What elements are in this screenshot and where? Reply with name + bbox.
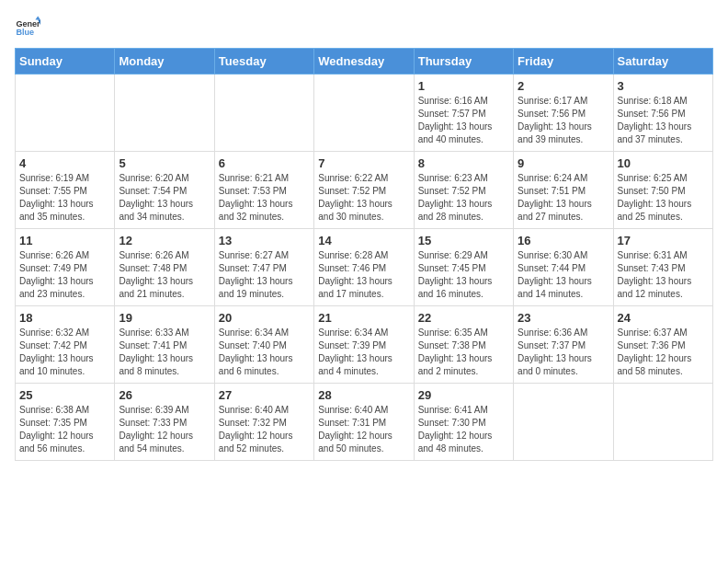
calendar-cell: 4Sunrise: 6:19 AM Sunset: 7:55 PM Daylig… (16, 152, 115, 229)
day-number: 4 (19, 156, 110, 170)
calendar-cell: 19Sunrise: 6:33 AM Sunset: 7:41 PM Dayli… (115, 306, 214, 384)
day-number: 10 (618, 156, 709, 170)
calendar-cell (514, 384, 613, 461)
day-number: 25 (19, 388, 110, 402)
day-number: 20 (219, 311, 310, 325)
header: General Blue (15, 15, 713, 40)
day-info: Sunrise: 6:23 AM Sunset: 7:52 PM Dayligh… (418, 172, 509, 224)
day-info: Sunrise: 6:24 AM Sunset: 7:51 PM Dayligh… (518, 172, 609, 224)
calendar-cell: 23Sunrise: 6:36 AM Sunset: 7:37 PM Dayli… (514, 306, 613, 384)
calendar-cell: 5Sunrise: 6:20 AM Sunset: 7:54 PM Daylig… (115, 152, 214, 229)
calendar-cell (16, 75, 115, 152)
day-number: 18 (19, 311, 110, 325)
day-number: 26 (119, 388, 210, 402)
col-thursday: Thursday (414, 49, 513, 75)
calendar-cell (214, 75, 313, 152)
day-info: Sunrise: 6:41 AM Sunset: 7:30 PM Dayligh… (418, 404, 509, 455)
day-number: 15 (418, 234, 509, 247)
day-info: Sunrise: 6:35 AM Sunset: 7:38 PM Dayligh… (418, 327, 509, 378)
calendar-cell: 12Sunrise: 6:26 AM Sunset: 7:48 PM Dayli… (115, 229, 214, 306)
day-number: 23 (518, 311, 609, 325)
day-info: Sunrise: 6:40 AM Sunset: 7:31 PM Dayligh… (318, 404, 409, 455)
week-row-4: 25Sunrise: 6:38 AM Sunset: 7:35 PM Dayli… (16, 384, 713, 461)
day-info: Sunrise: 6:36 AM Sunset: 7:37 PM Dayligh… (518, 327, 609, 378)
day-number: 16 (518, 234, 609, 247)
day-info: Sunrise: 6:22 AM Sunset: 7:52 PM Dayligh… (318, 172, 409, 224)
day-number: 24 (618, 311, 709, 325)
day-number: 5 (119, 156, 210, 170)
day-number: 6 (219, 156, 310, 170)
calendar-cell: 16Sunrise: 6:30 AM Sunset: 7:44 PM Dayli… (514, 229, 613, 306)
svg-marker-2 (35, 16, 40, 19)
calendar-cell: 15Sunrise: 6:29 AM Sunset: 7:45 PM Dayli… (414, 229, 513, 306)
day-number: 9 (518, 156, 609, 170)
day-info: Sunrise: 6:30 AM Sunset: 7:44 PM Dayligh… (518, 249, 609, 301)
calendar-cell: 20Sunrise: 6:34 AM Sunset: 7:40 PM Dayli… (214, 306, 313, 384)
calendar-cell: 9Sunrise: 6:24 AM Sunset: 7:51 PM Daylig… (514, 152, 613, 229)
day-number: 17 (618, 234, 709, 247)
day-info: Sunrise: 6:29 AM Sunset: 7:45 PM Dayligh… (418, 249, 509, 301)
calendar-cell: 10Sunrise: 6:25 AM Sunset: 7:50 PM Dayli… (613, 152, 712, 229)
day-info: Sunrise: 6:33 AM Sunset: 7:41 PM Dayligh… (119, 327, 210, 378)
calendar-cell: 2Sunrise: 6:17 AM Sunset: 7:56 PM Daylig… (514, 75, 613, 152)
calendar-cell (613, 384, 712, 461)
day-number: 12 (119, 234, 210, 247)
week-row-3: 18Sunrise: 6:32 AM Sunset: 7:42 PM Dayli… (16, 306, 713, 384)
col-wednesday: Wednesday (314, 49, 414, 75)
calendar-cell: 13Sunrise: 6:27 AM Sunset: 7:47 PM Dayli… (214, 229, 313, 306)
calendar-cell: 8Sunrise: 6:23 AM Sunset: 7:52 PM Daylig… (414, 152, 513, 229)
calendar-cell: 28Sunrise: 6:40 AM Sunset: 7:31 PM Dayli… (314, 384, 414, 461)
calendar-cell: 21Sunrise: 6:34 AM Sunset: 7:39 PM Dayli… (314, 306, 414, 384)
day-number: 22 (418, 311, 509, 325)
week-row-1: 4Sunrise: 6:19 AM Sunset: 7:55 PM Daylig… (16, 152, 713, 229)
day-info: Sunrise: 6:31 AM Sunset: 7:43 PM Dayligh… (618, 249, 709, 301)
day-info: Sunrise: 6:18 AM Sunset: 7:56 PM Dayligh… (618, 95, 709, 146)
calendar-cell (314, 75, 414, 152)
day-number: 29 (418, 388, 509, 402)
day-number: 3 (618, 79, 709, 93)
day-info: Sunrise: 6:39 AM Sunset: 7:33 PM Dayligh… (119, 404, 210, 455)
calendar-body: 1Sunrise: 6:16 AM Sunset: 7:57 PM Daylig… (16, 75, 713, 461)
day-info: Sunrise: 6:27 AM Sunset: 7:47 PM Dayligh… (219, 249, 310, 301)
logo-icon: General Blue (15, 15, 40, 40)
day-info: Sunrise: 6:21 AM Sunset: 7:53 PM Dayligh… (219, 172, 310, 224)
calendar-header: Sunday Monday Tuesday Wednesday Thursday… (16, 49, 713, 75)
calendar-cell: 18Sunrise: 6:32 AM Sunset: 7:42 PM Dayli… (16, 306, 115, 384)
day-number: 28 (318, 388, 409, 402)
day-info: Sunrise: 6:34 AM Sunset: 7:39 PM Dayligh… (318, 327, 409, 378)
calendar-cell: 7Sunrise: 6:22 AM Sunset: 7:52 PM Daylig… (314, 152, 414, 229)
calendar-cell: 17Sunrise: 6:31 AM Sunset: 7:43 PM Dayli… (613, 229, 712, 306)
calendar-cell (115, 75, 214, 152)
col-monday: Monday (115, 49, 214, 75)
header-row: Sunday Monday Tuesday Wednesday Thursday… (16, 49, 713, 75)
day-info: Sunrise: 6:40 AM Sunset: 7:32 PM Dayligh… (219, 404, 310, 455)
calendar-cell: 6Sunrise: 6:21 AM Sunset: 7:53 PM Daylig… (214, 152, 313, 229)
svg-text:General: General (16, 19, 40, 29)
calendar-cell: 25Sunrise: 6:38 AM Sunset: 7:35 PM Dayli… (16, 384, 115, 461)
calendar-cell: 27Sunrise: 6:40 AM Sunset: 7:32 PM Dayli… (214, 384, 313, 461)
day-number: 11 (19, 234, 110, 247)
calendar-cell: 24Sunrise: 6:37 AM Sunset: 7:36 PM Dayli… (613, 306, 712, 384)
day-info: Sunrise: 6:17 AM Sunset: 7:56 PM Dayligh… (518, 95, 609, 146)
day-info: Sunrise: 6:26 AM Sunset: 7:48 PM Dayligh… (119, 249, 210, 301)
day-number: 14 (318, 234, 409, 247)
day-number: 27 (219, 388, 310, 402)
day-number: 1 (418, 79, 509, 93)
col-friday: Friday (514, 49, 613, 75)
day-info: Sunrise: 6:20 AM Sunset: 7:54 PM Dayligh… (119, 172, 210, 224)
col-sunday: Sunday (16, 49, 115, 75)
col-saturday: Saturday (613, 49, 712, 75)
day-number: 8 (418, 156, 509, 170)
day-number: 13 (219, 234, 310, 247)
day-info: Sunrise: 6:34 AM Sunset: 7:40 PM Dayligh… (219, 327, 310, 378)
day-number: 21 (318, 311, 409, 325)
day-info: Sunrise: 6:32 AM Sunset: 7:42 PM Dayligh… (19, 327, 110, 378)
calendar-cell: 26Sunrise: 6:39 AM Sunset: 7:33 PM Dayli… (115, 384, 214, 461)
day-number: 19 (119, 311, 210, 325)
calendar-cell: 3Sunrise: 6:18 AM Sunset: 7:56 PM Daylig… (613, 75, 712, 152)
day-info: Sunrise: 6:16 AM Sunset: 7:57 PM Dayligh… (418, 95, 509, 146)
calendar-cell: 14Sunrise: 6:28 AM Sunset: 7:46 PM Dayli… (314, 229, 414, 306)
day-info: Sunrise: 6:28 AM Sunset: 7:46 PM Dayligh… (318, 249, 409, 301)
calendar-cell: 22Sunrise: 6:35 AM Sunset: 7:38 PM Dayli… (414, 306, 513, 384)
day-info: Sunrise: 6:37 AM Sunset: 7:36 PM Dayligh… (618, 327, 709, 378)
